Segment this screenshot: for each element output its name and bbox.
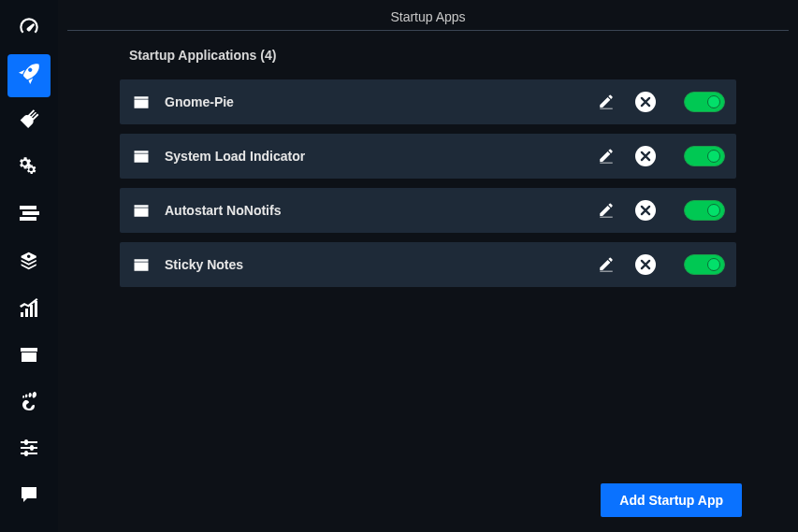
add-startup-app-button[interactable]: Add Startup App [601, 483, 742, 517]
toggle-knob [707, 258, 720, 271]
sliders-icon [18, 437, 40, 463]
enable-toggle[interactable] [684, 200, 725, 221]
sidebar-item-processes[interactable] [7, 194, 51, 237]
edit-button[interactable] [598, 148, 615, 165]
dashboard-icon [17, 15, 41, 43]
app-label: Autostart NoNotifs [165, 203, 585, 218]
sidebar-item-packages[interactable] [7, 335, 51, 378]
page-title: Startup Apps [67, 0, 789, 30]
divider [67, 30, 789, 31]
message-icon [18, 483, 40, 510]
sidebar [0, 0, 58, 532]
window-icon [131, 255, 152, 274]
sidebar-item-feedback[interactable] [7, 475, 51, 518]
app-row: Gnome-Pie [120, 79, 736, 124]
edit-button[interactable] [598, 256, 615, 273]
content-area: Startup Applications (4) Gnome-PieSystem… [67, 48, 789, 296]
enable-toggle[interactable] [684, 92, 725, 112]
app-label: System Load Indicator [165, 149, 585, 164]
window-icon [131, 93, 152, 111]
rocket-icon [17, 62, 41, 90]
sidebar-item-gnome[interactable] [7, 381, 51, 424]
chart-icon [18, 296, 40, 323]
sidebar-item-cleaner[interactable] [7, 101, 51, 144]
gnome-icon [18, 390, 40, 416]
app-row: Sticky Notes [120, 242, 736, 287]
toggle-knob [707, 204, 720, 217]
broom-icon [17, 108, 41, 137]
sidebar-item-services[interactable] [7, 148, 51, 191]
sidebar-item-startup[interactable] [7, 54, 51, 97]
enable-toggle[interactable] [684, 146, 725, 166]
stack-icon [18, 203, 40, 229]
sidebar-item-resources[interactable] [7, 288, 51, 331]
app-row: Autostart NoNotifs [120, 188, 736, 233]
edit-button[interactable] [598, 202, 615, 219]
sidebar-item-dashboard[interactable] [7, 7, 51, 50]
delete-button[interactable] [635, 92, 656, 112]
delete-button[interactable] [635, 200, 656, 221]
toggle-knob [707, 95, 720, 108]
delete-button[interactable] [635, 146, 656, 166]
window-icon [131, 147, 152, 165]
sidebar-item-settings[interactable] [7, 428, 51, 471]
main-panel: Startup Apps Startup Applications (4) Gn… [58, 0, 798, 532]
edit-button[interactable] [598, 93, 615, 110]
app-label: Sticky Notes [165, 257, 585, 272]
disc-icon [18, 250, 40, 276]
gears-icon [17, 155, 41, 183]
app-row: System Load Indicator [120, 134, 736, 179]
sidebar-item-uninstaller[interactable] [7, 241, 51, 284]
section-title: Startup Applications (4) [129, 48, 736, 63]
window-icon [131, 201, 152, 220]
package-icon [18, 343, 40, 369]
toggle-knob [707, 150, 720, 163]
enable-toggle[interactable] [684, 254, 725, 275]
app-label: Gnome-Pie [165, 94, 585, 109]
delete-button[interactable] [635, 254, 656, 275]
app-list: Gnome-PieSystem Load IndicatorAutostart … [120, 79, 736, 287]
